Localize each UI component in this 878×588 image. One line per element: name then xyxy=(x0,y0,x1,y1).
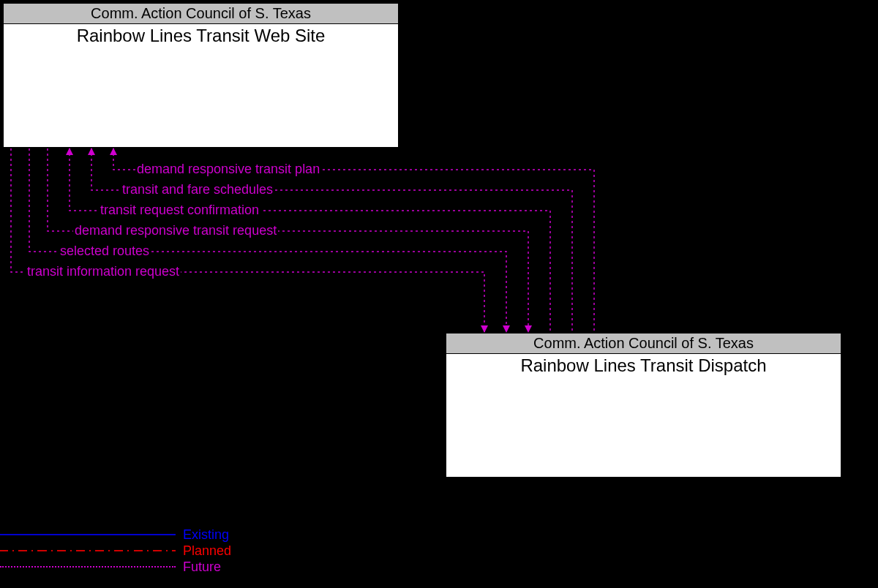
legend-row-planned: Planned xyxy=(0,543,231,559)
node-title: Rainbow Lines Transit Web Site xyxy=(4,24,398,46)
legend-row-existing: Existing xyxy=(0,527,231,543)
flow-label: demand responsive transit request xyxy=(73,223,278,238)
flow-label: transit and fare schedules xyxy=(121,182,274,197)
legend-swatch-existing xyxy=(0,534,176,535)
legend-label: Future xyxy=(183,559,221,575)
legend-label: Planned xyxy=(183,543,231,559)
flow-label: transit request confirmation xyxy=(99,203,260,218)
flow-label: selected routes xyxy=(59,244,151,259)
flow-label: demand responsive transit plan xyxy=(135,162,321,177)
legend-label: Existing xyxy=(183,527,229,543)
legend-swatch-future xyxy=(0,566,176,568)
node-transit-dispatch: Comm. Action Council of S. Texas Rainbow… xyxy=(445,332,842,478)
legend: Existing Planned Future xyxy=(0,527,231,575)
node-header: Comm. Action Council of S. Texas xyxy=(446,333,841,354)
legend-swatch-planned xyxy=(0,550,176,551)
flow-label: transit information request xyxy=(26,264,181,279)
legend-row-future: Future xyxy=(0,559,231,575)
node-header: Comm. Action Council of S. Texas xyxy=(4,4,398,24)
node-title: Rainbow Lines Transit Dispatch xyxy=(446,354,841,376)
node-transit-web-site: Comm. Action Council of S. Texas Rainbow… xyxy=(2,2,399,148)
